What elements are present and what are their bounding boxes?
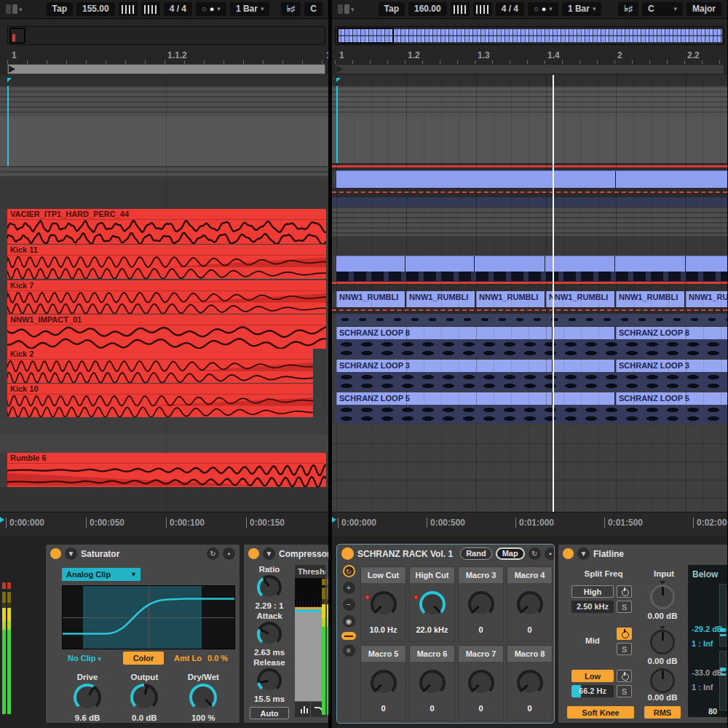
low-gain-value[interactable]: 0.00 dB [640,693,685,702]
add-macro-icon[interactable]: + [343,582,355,594]
arrangement-tracks-left[interactable]: VACIER_ITP1_HARD_PERC_44 Kick 11 Kick 7 … [0,75,328,512]
time-signature-field[interactable]: 4 / 4 [164,2,192,16]
high-power-button[interactable] [617,585,632,598]
clip-waveform[interactable] [336,372,727,391]
macro-knob[interactable] [468,670,494,696]
audio-clip-vacier[interactable]: VACIER_ITP1_HARD_PERC_44 [7,209,326,244]
amt-value[interactable]: 0.0 % [207,654,228,662]
save-preset-icon[interactable]: ▪ [223,547,235,560]
pad-grid-icon[interactable]: ▾ [6,4,23,14]
beat-ruler[interactable]: 1 1.2 1.3 1.4 2 2.2 [335,48,727,64]
attack-knob[interactable] [257,622,282,646]
shaper-curve-display[interactable] [62,585,235,649]
clip-label[interactable]: NNW1_RUMBLI [686,291,727,307]
low-power-button[interactable] [617,670,632,682]
high-band-button[interactable]: High [571,585,614,598]
phase-nudge-up-icon[interactable] [473,2,492,16]
arrangement-overview[interactable] [335,26,724,45]
mid-gain-knob[interactable] [650,630,675,654]
clip-waveform[interactable] [336,314,727,325]
tap-tempo-button[interactable]: Tap [379,2,405,16]
scale-selector[interactable]: Major [687,2,721,16]
quantize-selector[interactable]: 1 Bar▾ [230,2,270,16]
clip-label[interactable]: NNW1_RUMBLI [546,291,615,307]
audio-clip-kick2[interactable]: Kick 2 [7,349,313,383]
shaper-type-selector[interactable]: Analog Clip▼ [62,568,141,581]
groove-selector[interactable]: ○●▾ [528,2,558,16]
below-display[interactable]: Below -29.2 dB 1 : Inf -33.0 dB 1 : Inf … [688,565,728,717]
chain-list-icon[interactable]: ≡ [343,644,355,657]
macro-knob[interactable] [517,670,543,696]
variation-icon[interactable]: ◉ [343,615,355,628]
hot-swap-icon[interactable]: ↻ [529,547,541,560]
macro-knob[interactable] [468,591,494,617]
audio-clip-kick11[interactable]: Kick 11 [7,245,326,279]
phase-nudge-down-icon[interactable] [451,2,470,16]
overview-viewport[interactable] [9,28,25,44]
clip-label[interactable]: SCHRANZ LOOP 3 [336,360,553,372]
phase-nudge-up-icon[interactable] [141,2,160,16]
rand-button[interactable]: Rand [460,547,492,560]
clip-waveform[interactable] [336,339,727,358]
scrub-area[interactable] [7,64,325,74]
mid-solo-button[interactable]: S [617,643,632,655]
time-ruler-right[interactable]: 0:00:000 0:00:500 0:01:000 0:01:500 0:02… [332,512,727,534]
clip-label[interactable]: SCHRANZ LOOP 8 [336,327,553,339]
ratio-knob[interactable] [257,575,282,600]
time-ruler-left[interactable]: 0:00:000 0:00:050 0:00:100 0:00:150 [0,512,328,534]
macro-knob[interactable] [517,591,543,617]
clip-label[interactable]: NNW1_RUMBLI [476,291,545,307]
mid-power-button[interactable] [617,628,632,640]
phase-nudge-down-icon[interactable] [119,2,138,16]
high-solo-button[interactable]: S [617,601,632,613]
beat-ruler[interactable]: 1 1.1.2 1. [7,48,328,64]
arrangement-overview[interactable] [7,26,325,45]
low-solo-button[interactable]: S [617,685,632,697]
device-activator[interactable] [248,548,259,559]
device-activator[interactable] [563,548,574,559]
mid-gain-value[interactable]: 0.00 dB [640,657,685,665]
macro-map-icon[interactable]: ↻ [343,565,355,577]
activity-view-button[interactable] [295,702,311,717]
low-freq-value[interactable]: 66.2 Hz [571,685,614,697]
color-toggle-button[interactable]: Color [123,652,164,665]
fold-device-icon[interactable]: ▼ [65,547,77,560]
clip-label[interactable]: SCHRANZ LOOP 3 [616,360,727,372]
clip-label[interactable]: NNW1_RUMBLI [336,291,405,307]
macro-knob[interactable] [419,670,446,696]
drive-knob[interactable] [74,684,101,711]
audio-clip-impact[interactable]: NNW1_IMPACT_01 [7,314,326,349]
macro-knob[interactable] [419,591,446,617]
root-note-selector[interactable]: C▾ [642,2,683,16]
tap-tempo-button[interactable]: Tap [47,2,73,16]
clip-label[interactable]: SCHRANZ LOOP 5 [616,392,727,405]
overview-viewport[interactable] [337,28,394,44]
threshold-slider[interactable] [719,651,727,711]
audio-clip-rumble6[interactable]: Rumble 6 [7,453,326,487]
macro-knob[interactable] [371,591,397,617]
blue-clip-band[interactable] [336,170,727,188]
arrangement-tracks-right[interactable]: NNW1_RUMBLI NNW1_RUMBLI NNW1_RUMBLI NNW1… [332,75,727,512]
groove-selector[interactable]: ○●▾ [196,2,226,16]
output-knob[interactable] [130,684,158,711]
device-activator[interactable] [341,547,354,560]
accidental-toggle[interactable]: ♭♯ [281,2,301,16]
accidental-toggle[interactable]: ♭♯ [618,2,638,16]
blue-clip-band[interactable] [336,256,727,272]
release-knob[interactable] [257,668,282,693]
audio-clip-kick10[interactable]: Kick 10 [7,384,313,417]
tempo-field[interactable]: 155.00 [76,2,115,16]
hot-swap-icon[interactable]: ↻ [207,547,219,560]
low-gain-knob[interactable] [650,668,675,693]
pad-grid-icon[interactable]: ▾ [338,4,355,14]
quantize-selector[interactable]: 1 Bar▾ [562,2,602,16]
clip-label[interactable]: NNW1_RUMBLI [406,291,475,307]
auto-release-button[interactable]: Auto [250,707,289,719]
threshold-slider[interactable] [719,584,727,646]
soft-knee-button[interactable]: Soft Knee [567,706,634,719]
input-gain-knob[interactable] [650,585,675,609]
fold-device-icon[interactable]: ▼ [577,547,590,560]
input-gain-value[interactable]: 0.00 dB [640,612,685,620]
clip-label[interactable]: NNW1_RUMBLI [616,291,685,307]
high-freq-value[interactable]: 2.50 kHz [571,601,614,613]
